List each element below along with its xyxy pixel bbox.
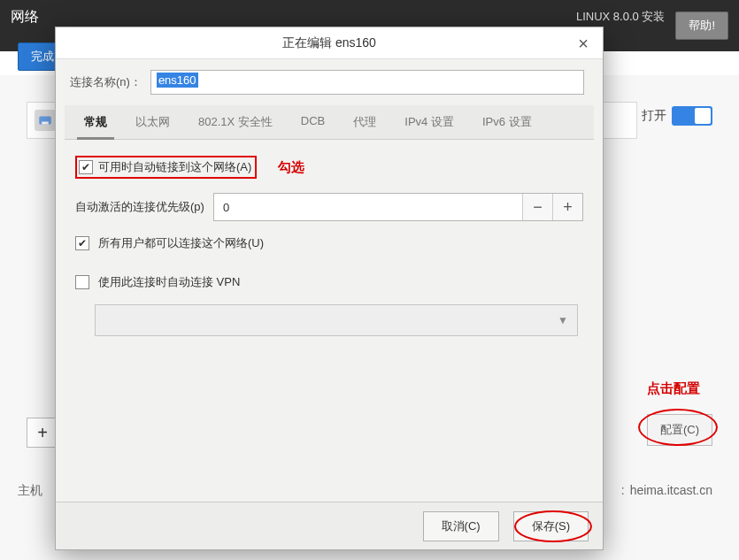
tab-ipv6[interactable]: IPv6 设置	[468, 105, 546, 139]
tab-proxy[interactable]: 代理	[339, 105, 390, 139]
installer-version: LINUX 8.0.0 安装	[576, 9, 665, 25]
svg-rect-1	[42, 122, 49, 125]
tab-ipv4[interactable]: IPv4 设置	[390, 105, 468, 139]
all-users-checkbox[interactable]	[75, 236, 89, 250]
annotation-box-autoconnect: 可用时自动链接到这个网络(A)	[75, 156, 257, 179]
priority-decrement[interactable]: −	[522, 194, 552, 220]
help-button[interactable]: 帮助!	[675, 12, 728, 40]
all-users-label: 所有用户都可以连接这个网络(U)	[98, 235, 264, 251]
tab-dcb[interactable]: DCB	[287, 105, 339, 139]
edit-connection-dialog: 正在编辑 ens160 × 连接名称(n)： ens160 常规 以太网 802…	[55, 27, 604, 550]
connection-name-label: 连接名称(n)：	[70, 74, 142, 90]
page-title: 网络	[11, 8, 39, 27]
tab-security[interactable]: 802.1X 安全性	[184, 105, 287, 139]
tab-panel-general: 可用时自动链接到这个网络(A) 勾选 自动激活的连接优先级(p) 0 − + 所…	[70, 140, 589, 356]
chevron-down-icon: ▼	[558, 314, 568, 326]
priority-increment[interactable]: +	[552, 194, 582, 220]
annotation-check: 勾选	[278, 159, 304, 176]
annotation-click-config: 点击配置	[647, 380, 700, 397]
save-button[interactable]: 保存(S)	[513, 511, 589, 541]
vpn-select[interactable]: ▼	[95, 304, 578, 336]
configure-button[interactable]: 配置(C)	[647, 414, 712, 446]
dialog-title: 正在编辑 ens160	[282, 35, 376, 51]
toggle-label: 打开	[642, 108, 666, 124]
hostname-value: heima.itcast.cn	[630, 483, 712, 497]
ethernet-icon	[35, 110, 56, 131]
hostname-sep: :	[621, 483, 625, 497]
vpn-checkbox[interactable]	[75, 275, 89, 289]
tab-general[interactable]: 常规	[70, 105, 121, 139]
tab-ethernet[interactable]: 以太网	[121, 105, 184, 139]
priority-label: 自动激活的连接优先级(p)	[75, 199, 204, 215]
vpn-label: 使用此连接时自动连接 VPN	[98, 274, 240, 290]
priority-value: 0	[214, 194, 522, 220]
cancel-button[interactable]: 取消(C)	[423, 511, 499, 541]
tabs: 常规 以太网 802.1X 安全性 DCB 代理 IPv4 设置 IPv6 设置	[65, 105, 594, 140]
add-connection-button[interactable]: +	[27, 418, 58, 448]
close-button[interactable]: ×	[573, 33, 594, 54]
network-toggle[interactable]	[672, 106, 712, 126]
hostname-left-label: 主机	[18, 483, 42, 499]
priority-spinner[interactable]: 0 − +	[213, 193, 583, 221]
connection-name-input[interactable]: ens160	[150, 70, 584, 95]
auto-connect-checkbox[interactable]	[79, 160, 93, 174]
connection-name-value: ens160	[157, 73, 198, 88]
auto-connect-label: 可用时自动链接到这个网络(A)	[98, 159, 251, 175]
